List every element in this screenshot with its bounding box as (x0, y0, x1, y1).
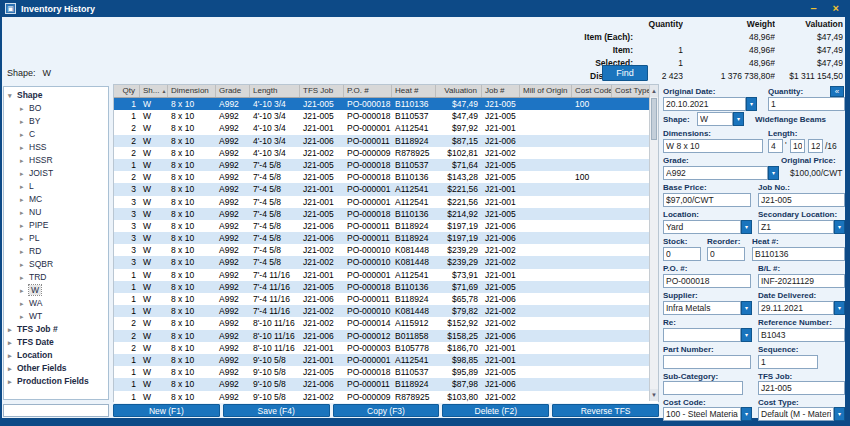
tree-item-location[interactable]: ▸Location (4, 349, 108, 362)
close-icon[interactable]: × (833, 1, 839, 16)
table-row[interactable]: 3W8 x 10A9927'-4 5/8J21-006PO-000011B118… (114, 232, 658, 244)
tree-item-shape[interactable]: ▾Shape (4, 89, 108, 102)
table-row[interactable]: 3W8 x 10A9927'-4 5/8J21-005PO-000018B110… (114, 208, 658, 220)
footer-blank-field[interactable] (3, 404, 109, 417)
tree-item-pipe[interactable]: ▸PIPE (4, 219, 108, 232)
caret-right-icon[interactable]: ▸ (20, 219, 29, 232)
table-row[interactable]: 1W8 x 10A9929'-10 5/8J21-005PO-000018B11… (114, 366, 658, 378)
column-header-dimension[interactable]: Dimension (168, 85, 216, 97)
shape-dropdown-icon[interactable]: ▾ (733, 112, 744, 126)
table-row[interactable]: 1W8 x 10A9927'-4 11/16J21-005PO-000018B1… (114, 281, 658, 293)
table-row[interactable]: 3W8 x 10A9927'-4 5/8J21-006PO-000011B118… (114, 220, 658, 232)
caret-right-icon[interactable]: ▸ (20, 232, 29, 245)
minimize-icon[interactable]: – (810, 1, 816, 16)
sequence-field[interactable] (758, 355, 818, 369)
caret-right-icon[interactable]: ▸ (20, 154, 29, 167)
table-row[interactable]: 2W8 x 10A9928'-10 11/16J21-001PO-000003B… (114, 342, 658, 354)
table-row[interactable]: 3W8 x 10A9927'-4 5/8J21-001PO-000001A112… (114, 196, 658, 208)
tree-item-wa[interactable]: ▸WA (4, 297, 108, 310)
date-delivered-field[interactable] (758, 301, 834, 315)
caret-right-icon[interactable]: ▸ (8, 323, 17, 336)
caret-right-icon[interactable]: ▸ (20, 284, 29, 297)
caret-right-icon[interactable]: ▸ (20, 180, 29, 193)
tree-item-w[interactable]: ▸W (4, 284, 108, 297)
table-row[interactable]: 3W8 x 10A9927'-4 5/8J21-002PO-000010K081… (114, 244, 658, 256)
column-header-qty[interactable]: Qty (114, 85, 140, 97)
tree-item-c[interactable]: ▸C (4, 128, 108, 141)
job-no-field[interactable] (758, 193, 845, 207)
bl-field[interactable] (758, 274, 845, 288)
sub-category-field[interactable] (663, 381, 743, 395)
table-row[interactable]: 1W8 x 10A9927'-4 11/16J21-006PO-000011B1… (114, 293, 658, 305)
new-f1-button[interactable]: New (F1) (113, 404, 220, 417)
shape-field[interactable] (697, 112, 733, 126)
table-row[interactable]: 1W8 x 10A9927'-4 5/8J21-005PO-000018B110… (114, 159, 658, 171)
heat-field[interactable] (752, 247, 845, 261)
cost-code-field[interactable] (663, 407, 741, 421)
column-header-cost-code[interactable]: Cost Code (572, 85, 612, 97)
reference-number-field[interactable] (758, 328, 845, 342)
column-header-p-o[interactable]: P.O. # (344, 85, 392, 97)
table-row[interactable]: 2W8 x 10A9924'-10 3/4J21-001PO-000001A11… (114, 122, 658, 134)
table-row[interactable]: 1W8 x 10A9927'-4 11/16J21-001PO-000001A1… (114, 269, 658, 281)
length-feet-field[interactable] (768, 139, 783, 153)
caret-right-icon[interactable]: ▸ (8, 336, 17, 349)
tree-item-hss[interactable]: ▸HSS (4, 141, 108, 154)
reorder-field[interactable] (707, 247, 745, 261)
tfs-job-field[interactable] (758, 381, 845, 395)
quantity-field[interactable] (768, 97, 845, 111)
table-row[interactable]: 1W8 x 10A9929'-10 5/8J21-001PO-000001A11… (114, 354, 658, 366)
caret-right-icon[interactable]: ▸ (20, 141, 29, 154)
table-row[interactable]: 1W8 x 10A9924'-10 3/4J21-005PO-000018B11… (114, 110, 658, 122)
base-price-field[interactable] (663, 193, 751, 207)
caret-right-icon[interactable]: ▸ (20, 297, 29, 310)
copy-f3-button[interactable]: Copy (F3) (333, 404, 440, 417)
column-header-heat[interactable]: Heat # (392, 85, 436, 97)
table-row[interactable]: 2W8 x 10A9924'-10 3/4J21-006PO-000011B11… (114, 135, 658, 147)
tree-item-pl[interactable]: ▸PL (4, 232, 108, 245)
column-header-mill-of-origin[interactable]: Mill of Origin (520, 85, 572, 97)
table-row[interactable]: 1W8 x 10A9929'-10 5/8J21-002PO-000009R87… (114, 391, 658, 403)
location-field[interactable] (663, 220, 741, 234)
part-number-field[interactable] (663, 355, 751, 369)
save-f4-button[interactable]: Save (F4) (223, 404, 330, 417)
column-header-sh[interactable]: Sh...▲ (140, 85, 168, 97)
tree-item-mc[interactable]: ▸MC (4, 193, 108, 206)
caret-right-icon[interactable]: ▸ (8, 362, 17, 375)
reverse-tfs-button[interactable]: Reverse TFS (552, 404, 659, 417)
grade-dropdown-icon[interactable]: ▾ (768, 166, 779, 180)
location-dropdown-icon[interactable]: ▾ (741, 220, 752, 234)
caret-right-icon[interactable]: ▸ (20, 102, 29, 115)
cost-type-dropdown-icon[interactable]: ▾ (834, 407, 845, 421)
tree-item-by[interactable]: ▸BY (4, 115, 108, 128)
tree-item-other-fields[interactable]: ▸Other Fields (4, 362, 108, 375)
tree-item-tfs-job[interactable]: ▸TFS Job # (4, 323, 108, 336)
grade-field[interactable] (663, 166, 768, 180)
table-row[interactable]: 1W8 x 10A9924'-10 3/4J21-005PO-000018B11… (114, 98, 658, 110)
tree-item-rd[interactable]: ▸RD (4, 245, 108, 258)
caret-right-icon[interactable]: ▸ (20, 271, 29, 284)
table-row[interactable]: 2W8 x 10A9928'-10 11/16J21-002PO-000014A… (114, 317, 658, 329)
caret-right-icon[interactable]: ▸ (20, 206, 29, 219)
caret-right-icon[interactable]: ▸ (8, 349, 17, 362)
secondary-location-field[interactable] (758, 220, 834, 234)
tree-item-l[interactable]: ▸L (4, 180, 108, 193)
column-header-job[interactable]: Job # (482, 85, 520, 97)
column-header-tfs-job[interactable]: TFS Job (300, 85, 344, 97)
date-delivered-dropdown-icon[interactable]: ▾ (834, 301, 845, 315)
caret-right-icon[interactable]: ▸ (20, 193, 29, 206)
tree-item-sqbr[interactable]: ▸SQBR (4, 258, 108, 271)
re-dropdown-icon[interactable]: ▾ (741, 328, 752, 342)
column-header-length[interactable]: Length (250, 85, 300, 97)
delete-f2-button[interactable]: Delete (F2) (442, 404, 549, 417)
collapse-panel-button[interactable]: « (830, 86, 844, 97)
caret-right-icon[interactable]: ▸ (20, 310, 29, 323)
table-row[interactable]: 2W8 x 10A9924'-10 3/4J21-002PO-000009R87… (114, 147, 658, 159)
original-date-dropdown-icon[interactable]: ▾ (746, 97, 757, 111)
po-field[interactable] (663, 274, 751, 288)
tree-item-bo[interactable]: ▸BO (4, 102, 108, 115)
re-field[interactable] (663, 328, 741, 342)
table-row[interactable]: 3W8 x 10A9927'-4 5/8J21-002PO-000010K081… (114, 256, 658, 268)
column-header-cost-type[interactable]: Cost Type (612, 85, 651, 97)
stock-field[interactable] (663, 247, 701, 261)
